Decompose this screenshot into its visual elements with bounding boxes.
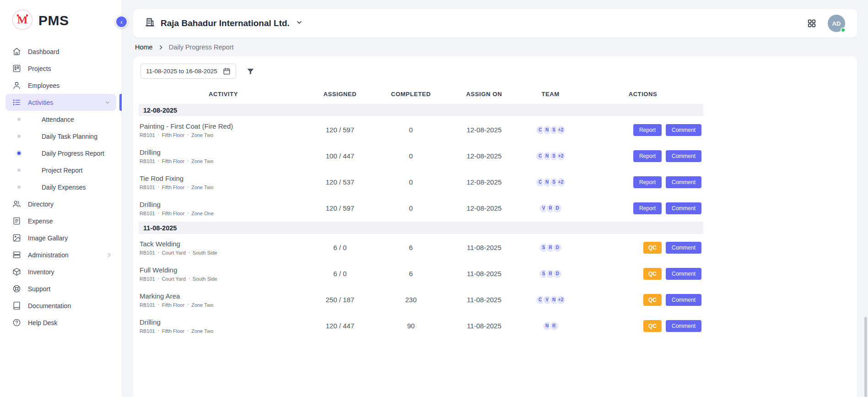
apps-grid-icon[interactable] [807,18,817,28]
sidebar-item-documentation[interactable]: Documentation [0,297,122,314]
path-segment: Court Yard [162,250,186,256]
sidebar-item-administration[interactable]: Administration [0,246,122,263]
sidebar-item-employees[interactable]: Employees [0,77,122,94]
report-button[interactable]: Report [633,124,662,136]
qc-button[interactable]: QC [643,294,662,306]
path-segment: South Side [193,276,217,282]
qc-button[interactable]: QC [643,268,662,280]
team-cell: CNS+2 [518,177,582,187]
table-row: DrillingRB101›Fifth Floor›Zone One120 / … [139,195,703,221]
team-more-badge[interactable]: +2 [556,125,566,135]
actions-cell: ReportComment [582,202,703,214]
avatar-initials: AD [832,20,841,27]
completed-cell: 230 [372,296,450,304]
sidebar-item-label: Employees [28,82,59,89]
sidebar-subitem-daily-progress-report[interactable]: Daily Progress Report [0,145,122,162]
assigned-cell: 6 / 0 [308,270,372,277]
sidebar-subitem-daily-task-planning[interactable]: Daily Task Planning [0,128,122,145]
assign-on-cell: 12-08-2025 [450,178,518,186]
chevron-down-icon [104,99,111,106]
sidebar-item-label: Inventory [28,268,54,276]
chevron-right-icon: › [187,133,189,137]
activity-cell: Painting - First Coat (Fire Red)RB101›Fi… [139,122,308,138]
comment-button[interactable]: Comment [666,176,701,188]
sidebar-subitem-daily-expenses[interactable]: Daily Expenses [0,179,122,196]
sidebar-subitem-attendance[interactable]: Attendance [0,111,122,128]
sidebar-item-label: Support [28,285,50,293]
report-button[interactable]: Report [633,202,662,214]
sidebar-item-help-desk[interactable]: Help Desk [0,314,122,331]
assigned-cell: 100 / 447 [308,152,372,160]
filter-icon[interactable] [246,67,255,76]
actions-cell: ReportComment [582,150,703,162]
sidebar-item-image-gallary[interactable]: Image Gallary [0,229,122,246]
completed-cell: 0 [372,204,450,212]
path-segment: RB101 [140,250,155,256]
chevron-right-icon: › [158,133,159,137]
company-selector[interactable]: Raja Bahadur International Ltd. [145,17,303,29]
sidebar-item-label: Help Desk [28,319,58,326]
team-more-badge[interactable]: +2 [556,177,566,187]
date-range-input[interactable]: 11-08-2025 to 16-08-2025 [140,64,236,79]
sidebar-item-support[interactable]: Support [0,280,122,297]
chevron-right-icon [106,252,113,258]
comment-button[interactable]: Comment [666,268,701,280]
administration-icon [12,250,21,260]
comment-button[interactable]: Comment [666,124,701,136]
activity-cell: Full WeldingRB101›Court Yard›South Side [139,266,308,282]
comment-button[interactable]: Comment [666,242,701,254]
team-more-badge[interactable]: +2 [556,151,566,161]
assign-on-cell: 12-08-2025 [450,152,518,160]
date-group-header: 12-08-2025 [139,104,703,116]
breadcrumb-home[interactable]: Home [135,44,153,51]
sidebar-item-expense[interactable]: Expense [0,212,122,229]
team-more-badge[interactable]: +2 [556,295,566,305]
bullet-dot [17,185,21,189]
page-scrollbar[interactable] [864,317,867,397]
activity-name: Marking Area [140,292,308,300]
sidebar-item-label: Directory [28,201,54,208]
path-segment: Zone Two [191,185,213,190]
sidebar-item-directory[interactable]: Directory [0,196,122,212]
sidebar-item-activities[interactable]: Activities [5,94,116,111]
completed-cell: 90 [372,322,450,330]
comment-button[interactable]: Comment [666,294,701,306]
path-segment: South Side [193,250,217,256]
assigned-cell: 250 / 187 [308,296,372,304]
activity-cell: DrillingRB101›Fifth Floor›Zone Two [139,318,308,334]
activity-cell: DrillingRB101›Fifth Floor›Zone One [139,201,308,216]
sidebar-collapse-button[interactable]: ‹ [115,16,128,28]
path-segment: Fifth Floor [162,302,185,308]
sidebar-subitem-project-report[interactable]: Project Report [0,162,122,179]
comment-button[interactable]: Comment [666,150,701,162]
report-button[interactable]: Report [633,150,662,162]
sidebar-item-inventory[interactable]: Inventory [0,263,122,280]
sidebar-item-projects[interactable]: Projects [0,60,122,77]
path-segment: Zone Two [191,158,213,164]
chevron-right-icon: › [187,303,189,307]
team-cell: CNS+2 [518,151,582,161]
assign-on-cell: 11-08-2025 [450,270,518,277]
qc-button[interactable]: QC [643,242,662,254]
activity-location-path: RB101›Fifth Floor›Zone Two [140,328,308,334]
completed-cell: 0 [372,126,450,134]
qc-button[interactable]: QC [643,320,662,332]
help-desk-icon [12,318,21,327]
active-item-accent-bar [119,94,122,111]
path-segment: Fifth Floor [162,132,185,138]
sidebar-item-dashboard[interactable]: Dashboard [0,43,122,60]
comment-button[interactable]: Comment [666,320,701,332]
path-segment: RB101 [140,211,155,216]
assign-on-cell: 12-08-2025 [450,126,518,134]
comment-button[interactable]: Comment [666,202,701,214]
sidebar-item-label: Activities [28,99,53,106]
topbar: Raja Bahadur International Ltd. AD [133,9,857,38]
team-cell: CVN+2 [518,295,582,305]
chevron-right-icon: › [187,329,189,333]
report-button[interactable]: Report [633,176,662,188]
team-avatar: D [552,269,562,279]
assigned-cell: 120 / 597 [308,204,372,212]
avatar[interactable]: AD [828,15,845,32]
table-row: DrillingRB101›Fifth Floor›Zone Two100 / … [139,143,703,169]
activity-cell: Tack WeldingRB101›Court Yard›South Side [139,240,308,256]
